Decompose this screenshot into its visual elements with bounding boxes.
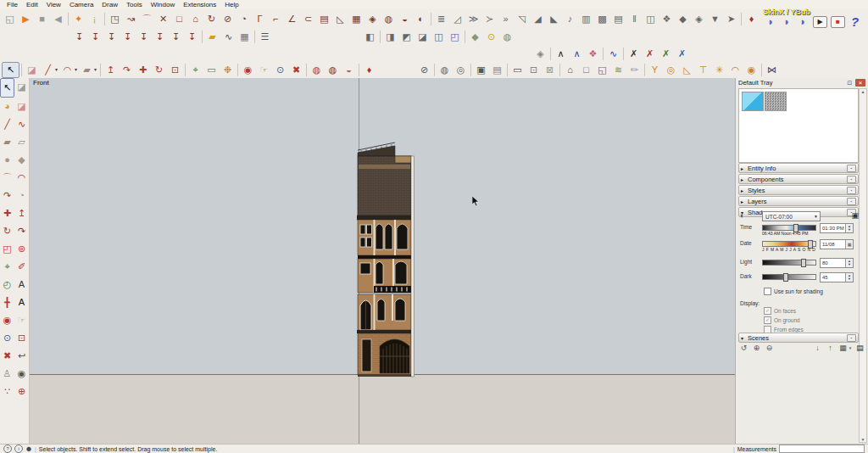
mesh-tool-icon-3[interactable]: ≫ bbox=[465, 12, 481, 26]
mesh-tool-icon-5[interactable]: » bbox=[498, 12, 514, 26]
move-icon[interactable]: ✚ bbox=[135, 63, 151, 77]
plugin-tool-icon-15[interactable]: ◺ bbox=[332, 12, 348, 26]
axes-tool-icon[interactable]: ╋ bbox=[0, 294, 14, 311]
line-tool-icon[interactable]: ╱ bbox=[0, 115, 14, 133]
triangle-icon[interactable]: ◺ bbox=[679, 63, 695, 77]
import-drop-icon-7[interactable]: ↧ bbox=[168, 30, 184, 44]
plugin-tool-icon-17[interactable]: ◈ bbox=[364, 12, 381, 26]
view-options-arrow[interactable]: ▾ bbox=[848, 343, 853, 353]
skinx-stop-icon[interactable]: ■ bbox=[831, 16, 845, 28]
section-popout-button[interactable]: ▪ bbox=[847, 198, 856, 205]
angle-tool-icon-3[interactable]: ❖ bbox=[585, 47, 601, 61]
toggle-shadows-icon[interactable]: ◐ bbox=[740, 211, 744, 220]
pan-tool-icon[interactable]: ☞ bbox=[14, 311, 29, 329]
window-icon-1[interactable]: ▭ bbox=[509, 63, 526, 77]
menu-item[interactable]: Camera bbox=[65, 1, 97, 8]
mesh-tool-icon-4[interactable]: ≻ bbox=[481, 12, 498, 26]
mesh-tool-icon-17[interactable]: ◈ bbox=[691, 12, 707, 26]
tray-scrollbar[interactable]: ▲▼ bbox=[859, 88, 867, 443]
shadow-display-icon[interactable]: ▣ bbox=[851, 211, 859, 220]
cube-outline-icon[interactable]: □ bbox=[578, 63, 594, 77]
plugin-tool-icon-12[interactable]: ∠ bbox=[284, 12, 300, 26]
paint-bucket-icon[interactable]: ◕ bbox=[0, 98, 14, 115]
dome-icon[interactable]: ◠ bbox=[727, 63, 743, 77]
plugin-tool-icon-7[interactable]: ↻ bbox=[203, 12, 220, 26]
light-field[interactable]: 80 ▲▼ bbox=[820, 258, 854, 268]
checkbox-on-ground[interactable]: ✓ On ground bbox=[764, 316, 859, 324]
zoom-extents-tool-icon[interactable]: ✖ bbox=[0, 347, 14, 365]
skinx-shell-icon-2[interactable]: ◗ bbox=[779, 14, 795, 29]
followme-tool-icon[interactable]: ↷ bbox=[14, 222, 29, 240]
three-point-arc-tool-icon[interactable]: ↷ bbox=[0, 187, 14, 204]
arc-tool-icon[interactable]: ⌒ bbox=[0, 169, 14, 187]
mesh-tool-icon-10[interactable]: ▥ bbox=[578, 12, 594, 26]
make-component-icon[interactable]: ◪ bbox=[14, 78, 29, 96]
offset-icon[interactable]: ⊡ bbox=[167, 63, 183, 77]
render-options-icon[interactable]: ▤ bbox=[489, 63, 505, 77]
structure-icon[interactable]: ⌂ bbox=[562, 63, 578, 77]
light-slider-handle[interactable] bbox=[801, 259, 806, 267]
dark-stepper[interactable]: ▲▼ bbox=[845, 273, 853, 282]
plugin-tool-icon-20[interactable]: ◐ bbox=[413, 12, 429, 26]
checkbox-box[interactable]: ✓ bbox=[764, 316, 771, 324]
two-point-arc-tool-icon[interactable]: ◠ bbox=[14, 169, 29, 187]
polygon-tool-icon[interactable]: ◆ bbox=[14, 151, 29, 169]
freehand-tool-icon[interactable]: ∿ bbox=[14, 115, 29, 133]
mesh-tool-icon-13[interactable]: ‖ bbox=[626, 12, 643, 26]
camera-pin-icon[interactable]: ♦ bbox=[361, 63, 377, 77]
mesh-tool-icon-19[interactable]: ➤ bbox=[723, 12, 739, 26]
text-tool-icon[interactable]: A bbox=[14, 276, 29, 294]
teapot-render-icon[interactable]: ◍ bbox=[437, 63, 453, 77]
pin-tool-icon[interactable]: ¡ bbox=[86, 12, 103, 26]
scale-tool-icon[interactable]: ◰ bbox=[0, 240, 14, 258]
cube-edit-icon[interactable]: ◱ bbox=[594, 63, 610, 77]
section-popout-button[interactable]: ▪ bbox=[847, 334, 856, 342]
import-drop-icon-2[interactable]: ↧ bbox=[87, 30, 103, 44]
orbit-tool-icon[interactable]: ◉ bbox=[0, 311, 14, 329]
sphere-icon[interactable]: ◍ bbox=[499, 30, 515, 44]
calendar-icon[interactable]: ▦ bbox=[845, 240, 853, 249]
protractor-tool-icon[interactable]: ◴ bbox=[0, 276, 14, 294]
dark-field[interactable]: 45 ▲▼ bbox=[820, 272, 854, 282]
close-icon[interactable]: ✕ bbox=[855, 79, 865, 87]
tape-measure-tool-icon[interactable]: ⌖ bbox=[0, 258, 14, 276]
plugin-tool-icon-6[interactable]: ⌂ bbox=[187, 12, 203, 26]
add-scene-icon[interactable]: ⊕ bbox=[751, 343, 762, 353]
angle-tool-icon-1[interactable]: ∧ bbox=[553, 47, 569, 61]
mesh-tool-icon-2[interactable]: ◿ bbox=[449, 12, 465, 26]
pin-top-icon[interactable]: ⊤ bbox=[695, 63, 711, 77]
step-back-icon[interactable]: ◀ bbox=[50, 12, 66, 26]
import-drop-icon-1[interactable]: ↧ bbox=[71, 30, 87, 44]
select-tool-icon[interactable]: ↖ bbox=[2, 62, 19, 78]
checkbox-box[interactable]: ✓ bbox=[764, 307, 771, 315]
time-slider[interactable] bbox=[762, 225, 816, 231]
rotate-icon[interactable]: ↻ bbox=[151, 63, 167, 77]
pie-tool-icon[interactable]: ◔ bbox=[14, 187, 29, 204]
pin-icon[interactable]: ⊡ bbox=[846, 79, 854, 87]
mesh-tool-icon-15[interactable]: ❖ bbox=[659, 12, 675, 26]
shadow-orb-icon-3[interactable]: ◒ bbox=[341, 63, 357, 77]
ring-icon[interactable]: ◎ bbox=[663, 63, 679, 77]
section-popout-button[interactable]: ▪ bbox=[847, 187, 856, 194]
zoom-extents-icon[interactable]: ✖ bbox=[288, 63, 304, 77]
texture-material-swatch[interactable] bbox=[765, 92, 787, 111]
section-popout-button[interactable]: ▪ bbox=[847, 165, 856, 172]
checkbox-on-faces[interactable]: ✓ On faces bbox=[764, 307, 859, 315]
plugin-tool-icon-19[interactable]: ◒ bbox=[397, 12, 413, 26]
final-plugin-icon[interactable]: ⋈ bbox=[764, 63, 780, 77]
cube-tool-icon-5[interactable]: ◫ bbox=[431, 30, 447, 44]
import-drop-icon-6[interactable]: ↧ bbox=[152, 30, 168, 44]
3d-text-tool-icon[interactable]: A bbox=[14, 294, 29, 311]
pushpull-icon[interactable]: ↥ bbox=[103, 63, 119, 77]
time-field[interactable]: 01:30 PM ▲▼ bbox=[820, 223, 854, 233]
followme-icon[interactable]: ↷ bbox=[119, 63, 135, 77]
import-drop-icon-4[interactable]: ↧ bbox=[120, 30, 136, 44]
walk-tool-icon[interactable]: ∵ bbox=[0, 383, 14, 400]
mesh-tool-icon-8[interactable]: ◣ bbox=[546, 12, 562, 26]
shadow-orb-icon-1[interactable]: ◍ bbox=[309, 63, 325, 77]
circle-tool-icon[interactable]: ● bbox=[0, 151, 14, 169]
sky-material-swatch[interactable] bbox=[742, 92, 764, 111]
import-drop-icon-8[interactable]: ↧ bbox=[184, 30, 200, 44]
menu-item[interactable]: Edit bbox=[22, 1, 42, 8]
plugin-tool-icon-16[interactable]: ▦ bbox=[348, 12, 364, 26]
